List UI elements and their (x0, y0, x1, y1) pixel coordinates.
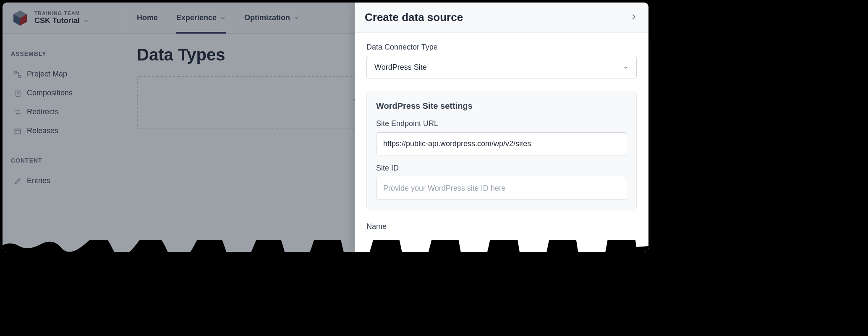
endpoint-url-input[interactable] (376, 132, 627, 155)
chevron-right-icon (629, 16, 638, 23)
connector-selected-value: WordPress Site (374, 63, 427, 72)
endpoint-url-label: Site Endpoint URL (376, 119, 627, 128)
name-label: Name (366, 222, 637, 231)
connector-type-select[interactable]: WordPress Site (366, 56, 637, 79)
collapse-button[interactable] (629, 12, 638, 23)
drawer-body: Data Connector Type WordPress Site WordP… (355, 33, 648, 252)
site-id-label: Site ID (376, 164, 627, 173)
drawer-title: Create data source (365, 11, 463, 24)
drawer-header: Create data source (355, 3, 648, 33)
chevron-down-icon (623, 65, 629, 71)
create-data-source-drawer: Create data source Data Connector Type W… (355, 3, 648, 252)
site-id-input[interactable] (376, 177, 627, 200)
connector-type-label: Data Connector Type (366, 43, 637, 52)
wordpress-settings-card: WordPress Site settings Site Endpoint UR… (366, 91, 637, 210)
settings-heading: WordPress Site settings (376, 101, 627, 111)
